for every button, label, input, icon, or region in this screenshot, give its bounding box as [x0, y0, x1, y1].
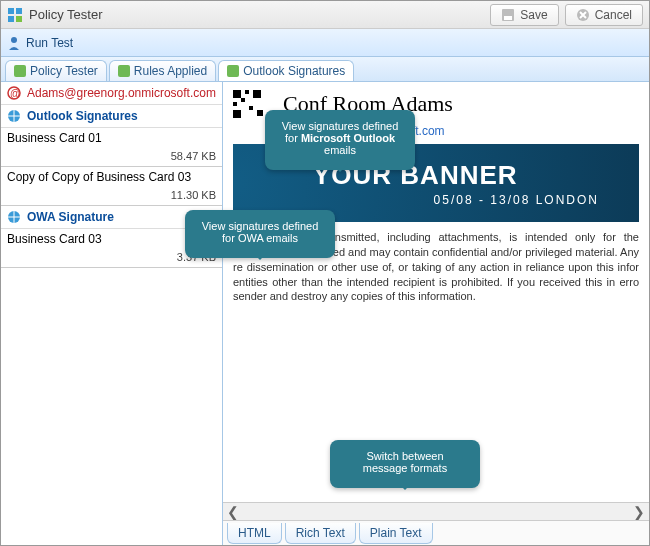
callout-outlook: View signatures defined for Microsoft Ou… — [265, 110, 415, 170]
svg-rect-3 — [16, 16, 22, 22]
format-tab-plain[interactable]: Plain Text — [359, 523, 433, 544]
tab-outlook-signatures[interactable]: Outlook Signatures — [218, 60, 354, 81]
svg-rect-19 — [233, 102, 237, 106]
app-icon — [7, 7, 23, 23]
callout-formats: Switch between message formats — [330, 440, 480, 488]
save-icon — [501, 8, 515, 22]
svg-rect-22 — [249, 106, 253, 110]
signature-item[interactable]: Copy of Copy of Business Card 03 11.30 K… — [1, 167, 222, 206]
tab-policy-tester[interactable]: Policy Tester — [5, 60, 107, 81]
svg-rect-0 — [8, 8, 14, 14]
svg-rect-18 — [253, 90, 261, 98]
format-tab-rich[interactable]: Rich Text — [285, 523, 356, 544]
svg-rect-5 — [504, 16, 512, 20]
svg-rect-21 — [233, 110, 241, 118]
rules-icon — [118, 65, 130, 77]
window-title: Policy Tester — [29, 7, 484, 22]
signatures-sidebar: @ Adams@greenorg.onmicrosoft.com Outlook… — [1, 82, 223, 546]
save-button[interactable]: Save — [490, 4, 558, 26]
svg-point-7 — [11, 37, 17, 43]
globe-icon — [7, 210, 21, 224]
svg-rect-2 — [8, 16, 14, 22]
person-icon — [7, 36, 21, 50]
svg-text:@: @ — [10, 88, 20, 99]
scroll-left-icon[interactable]: ❮ — [227, 504, 239, 520]
horizontal-scrollbar[interactable]: ❮ ❯ — [223, 502, 649, 520]
scroll-right-icon[interactable]: ❯ — [633, 504, 645, 520]
sidebar-email[interactable]: @ Adams@greenorg.onmicrosoft.com — [1, 82, 222, 105]
sidebar-section-outlook[interactable]: Outlook Signatures — [1, 105, 222, 128]
at-icon: @ — [7, 86, 21, 100]
svg-rect-23 — [257, 110, 263, 116]
signature-item[interactable]: Business Card 01 58.47 KB — [1, 128, 222, 167]
svg-rect-10 — [227, 65, 239, 77]
cancel-icon — [576, 8, 590, 22]
svg-rect-20 — [241, 98, 245, 102]
svg-rect-8 — [14, 65, 26, 77]
globe-icon — [7, 109, 21, 123]
run-test-button[interactable]: Run Test — [7, 36, 73, 50]
svg-rect-16 — [233, 90, 241, 98]
svg-rect-9 — [118, 65, 130, 77]
cancel-button[interactable]: Cancel — [565, 4, 643, 26]
svg-rect-1 — [16, 8, 22, 14]
svg-rect-17 — [245, 90, 249, 94]
banner-subline: 05/08 - 13/08 LONDON — [313, 193, 639, 207]
policy-icon — [14, 65, 26, 77]
format-tab-html[interactable]: HTML — [227, 523, 282, 544]
tab-rules-applied[interactable]: Rules Applied — [109, 60, 216, 81]
callout-owa: View signatures defined for OWA emails — [185, 210, 335, 258]
outlook-icon — [227, 65, 239, 77]
